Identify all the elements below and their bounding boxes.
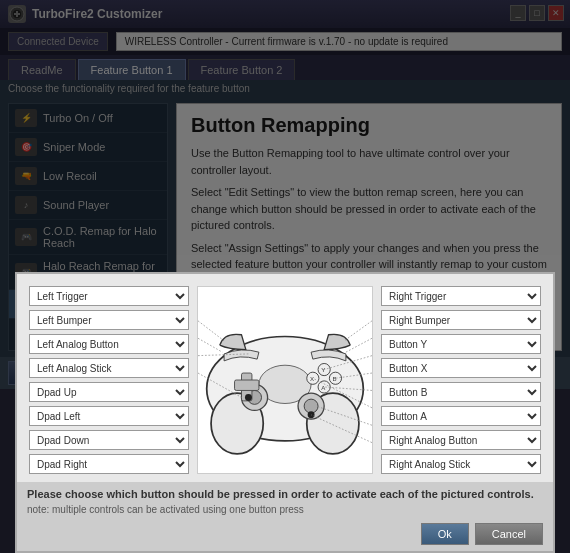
svg-line-22 [198, 321, 224, 341]
right-analog-button-select[interactable]: Right Analog Button [381, 430, 541, 450]
left-bumper-select[interactable]: Left Bumper [29, 310, 189, 330]
left-trigger-select[interactable]: Left Trigger [29, 286, 189, 306]
svg-line-23 [198, 338, 222, 352]
button-b-select[interactable]: Button B [381, 382, 541, 402]
modal-footer-buttons: Ok Cancel [27, 523, 543, 545]
dpad-left-select[interactable]: Dpad Left [29, 406, 189, 426]
button-y-select[interactable]: Button Y [381, 334, 541, 354]
left-analog-stick-select[interactable]: Left Analog Stick [29, 358, 189, 378]
svg-text:X: X [310, 375, 314, 382]
svg-point-27 [308, 411, 315, 418]
remap-modal: Left Trigger Left Bumper Left Analog But… [15, 272, 555, 553]
dpad-right-select[interactable]: Dpad Right [29, 454, 189, 474]
right-analog-stick-select[interactable]: Right Analog Stick [381, 454, 541, 474]
svg-point-11 [304, 399, 318, 413]
left-analog-button-select[interactable]: Left Analog Button [29, 334, 189, 354]
svg-rect-13 [235, 380, 259, 390]
cancel-button[interactable]: Cancel [475, 523, 543, 545]
ok-button[interactable]: Ok [421, 523, 469, 545]
svg-point-26 [245, 394, 252, 401]
app-window: TurboFire2 Customizer _ □ ✕ Connected De… [0, 0, 570, 553]
modal-overlay: Left Trigger Left Bumper Left Analog But… [0, 0, 570, 553]
right-bumper-select[interactable]: Right Bumper [381, 310, 541, 330]
right-trigger-select[interactable]: Right Trigger [381, 286, 541, 306]
modal-footer-text: Please choose which button should be pre… [27, 488, 543, 500]
button-x-select[interactable]: Button X [381, 358, 541, 378]
left-controls: Left Trigger Left Bumper Left Analog But… [29, 286, 189, 474]
modal-footer-note: note: multiple controls can be activated… [27, 504, 543, 515]
svg-line-28 [344, 321, 372, 341]
controller-svg: Y B A X [198, 295, 372, 465]
dpad-up-select[interactable]: Dpad Up [29, 382, 189, 402]
button-a-select[interactable]: Button A [381, 406, 541, 426]
modal-footer: Please choose which button should be pre… [17, 482, 553, 551]
controller-diagram: Y B A X [197, 286, 373, 474]
dpad-down-select[interactable]: Dpad Down [29, 430, 189, 450]
right-controls: Right Trigger Right Bumper Button Y Butt… [381, 286, 541, 474]
controller-area: Left Trigger Left Bumper Left Analog But… [29, 286, 541, 474]
